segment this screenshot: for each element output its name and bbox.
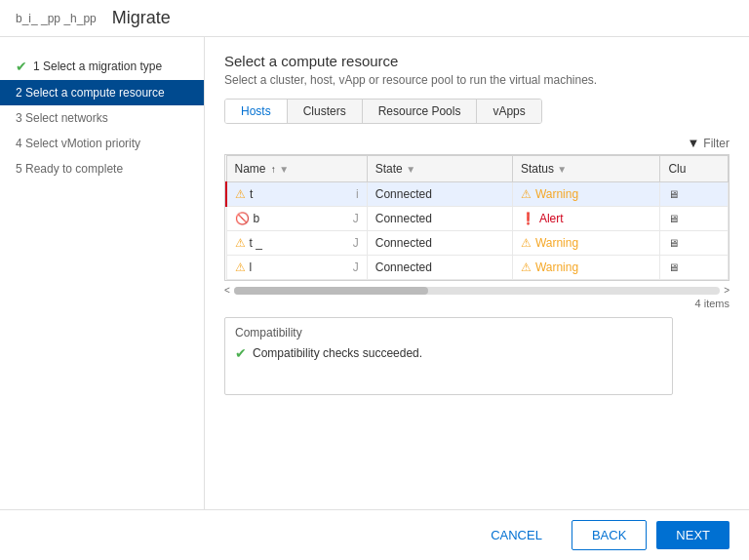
- table-row[interactable]: ⚠ l J Connected ⚠ Warning: [226, 256, 729, 280]
- sidebar-item-label: 2 Select a compute resource: [16, 86, 165, 100]
- tab-hosts[interactable]: Hosts: [225, 100, 288, 123]
- sidebar-item-label: 3 Select networks: [16, 111, 108, 125]
- col-header-state[interactable]: State ▼: [367, 156, 512, 182]
- app-logo: b_i_ _pp _h_pp: [16, 12, 97, 25]
- sidebar-item-label: 5 Ready to complete: [16, 162, 123, 176]
- check-icon: ✔: [235, 345, 247, 361]
- horizontal-scrollbar[interactable]: < >: [224, 285, 729, 296]
- tabs-bar: Hosts Clusters Resource Pools vApps: [224, 99, 542, 124]
- cell-name: 🚫 b J: [226, 207, 367, 231]
- host-name: b: [254, 212, 260, 225]
- sidebar-item-step2[interactable]: 2 Select a compute resource: [0, 80, 204, 105]
- compatibility-title: Compatibility: [235, 326, 662, 340]
- cell-state: Connected: [367, 231, 512, 256]
- col-header-status[interactable]: Status ▼: [512, 156, 660, 182]
- row-action: J: [353, 212, 359, 225]
- cell-name: ⚠ t _ J: [226, 231, 367, 256]
- sidebar-item-label: 1 Select a migration type: [33, 60, 162, 73]
- scroll-thumb[interactable]: [234, 287, 428, 295]
- warning-status-icon: ⚠: [521, 260, 532, 274]
- table-row[interactable]: ⚠ t _ J Connected ⚠ Warning: [226, 231, 729, 256]
- alert-icon: 🚫: [235, 212, 250, 225]
- sidebar-item-step4[interactable]: 4 Select vMotion priority: [0, 131, 204, 156]
- compatibility-text: Compatibility checks succeeded.: [253, 346, 422, 360]
- cluster-icon: 🖥: [668, 261, 679, 273]
- content-subtitle: Select a cluster, host, vApp or resource…: [224, 73, 729, 87]
- alert-status-icon: ❗: [521, 212, 535, 225]
- data-table-wrapper: Name ↑ ▼ State ▼ Status ▼: [224, 154, 729, 281]
- cell-cluster: 🖥: [660, 182, 729, 207]
- warning-icon: ⚠: [235, 260, 246, 274]
- tab-resource-pools[interactable]: Resource Pools: [363, 100, 478, 123]
- cell-name: ⚠ l J: [226, 256, 367, 280]
- data-table: Name ↑ ▼ State ▼ Status ▼: [225, 155, 729, 280]
- item-count: 4 items: [695, 298, 729, 309]
- main-layout: ✔ 1 Select a migration type 2 Select a c…: [0, 37, 749, 553]
- cell-state: Connected: [367, 256, 512, 280]
- filter-icon: ▼: [687, 136, 699, 150]
- cell-cluster: 🖥: [660, 256, 729, 280]
- cell-cluster: 🖥: [660, 231, 729, 256]
- cell-status: ⚠ Warning: [512, 256, 660, 280]
- filter-row: ▼ Filter: [224, 136, 729, 150]
- scroll-right-arrow[interactable]: >: [724, 285, 729, 296]
- content-title: Select a compute resource: [224, 53, 729, 69]
- host-name: l: [250, 260, 253, 274]
- sidebar: ✔ 1 Select a migration type 2 Select a c…: [0, 37, 205, 553]
- col-header-cluster[interactable]: Clu: [660, 156, 729, 182]
- back-button[interactable]: BACK: [572, 520, 647, 550]
- sort-asc-icon: ↑: [271, 164, 276, 175]
- cell-status: ❗ Alert: [512, 207, 660, 231]
- col-header-name[interactable]: Name ↑ ▼: [226, 156, 367, 182]
- checkmark-icon: ✔: [16, 59, 27, 74]
- cell-name: ⚠ t i: [226, 182, 367, 207]
- warning-status-icon: ⚠: [521, 236, 532, 250]
- row-action: J: [353, 260, 359, 274]
- table-footer: 4 items: [224, 298, 729, 309]
- sidebar-item-step3[interactable]: 3 Select networks: [0, 105, 204, 131]
- row-action: J: [353, 236, 359, 250]
- row-action: i: [356, 187, 359, 201]
- sort-dropdown-icon[interactable]: ▼: [279, 164, 289, 175]
- cluster-icon: 🖥: [668, 213, 679, 224]
- cluster-icon: 🖥: [668, 188, 679, 200]
- sidebar-item-step1[interactable]: ✔ 1 Select a migration type: [0, 53, 204, 80]
- cell-state: Connected: [367, 182, 512, 207]
- warning-icon: ⚠: [235, 187, 246, 201]
- app-header: b_i_ _pp _h_pp Migrate: [0, 0, 749, 37]
- compatibility-box: Compatibility ✔ Compatibility checks suc…: [224, 317, 673, 395]
- sidebar-item-label: 4 Select vMotion priority: [16, 137, 140, 150]
- sort-state-icon[interactable]: ▼: [406, 164, 415, 175]
- warning-icon: ⚠: [235, 236, 246, 250]
- scroll-left-arrow[interactable]: <: [224, 285, 230, 296]
- cell-state: Connected: [367, 207, 512, 231]
- host-name: t _: [250, 236, 262, 250]
- cluster-icon: 🖥: [668, 237, 679, 249]
- host-name: t: [250, 187, 253, 201]
- next-button[interactable]: NEXT: [656, 521, 729, 549]
- compatibility-message: ✔ Compatibility checks succeeded.: [235, 345, 662, 361]
- page-title: Migrate: [112, 8, 171, 28]
- tab-vapps[interactable]: vApps: [477, 100, 540, 123]
- table-row[interactable]: ⚠ t i Connected ⚠ Warning: [226, 182, 729, 207]
- cancel-button[interactable]: CANCEL: [471, 521, 562, 549]
- tab-clusters[interactable]: Clusters: [288, 100, 363, 123]
- sidebar-item-step5[interactable]: 5 Ready to complete: [0, 156, 204, 181]
- scroll-track[interactable]: [234, 287, 720, 295]
- cell-status: ⚠ Warning: [512, 182, 660, 207]
- cell-cluster: 🖥: [660, 207, 729, 231]
- table-row[interactable]: 🚫 b J Connected ❗ Alert: [226, 207, 729, 231]
- cell-status: ⚠ Warning: [512, 231, 660, 256]
- footer-buttons: CANCEL BACK NEXT: [0, 509, 749, 560]
- sort-status-icon[interactable]: ▼: [557, 164, 567, 175]
- content-area: Select a compute resource Select a clust…: [205, 37, 749, 553]
- filter-label: Filter: [703, 137, 729, 150]
- warning-status-icon: ⚠: [521, 187, 532, 201]
